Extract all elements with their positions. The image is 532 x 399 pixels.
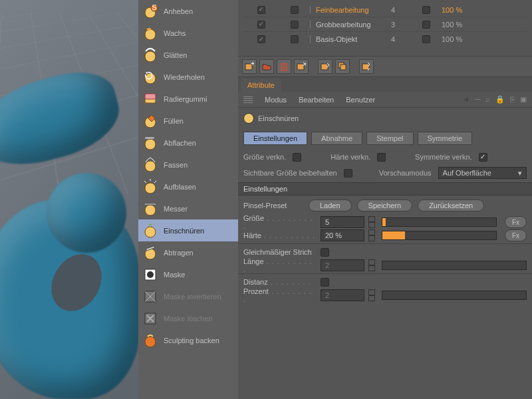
folder-add-icon[interactable] (259, 59, 274, 74)
length-stepper[interactable] (368, 259, 375, 271)
tool-label: Messer (164, 205, 188, 213)
menu-benutzer[interactable]: Benutzer (346, 96, 375, 104)
tool-aufblasen[interactable]: Aufblasen (138, 176, 238, 198)
subtab-stempel[interactable]: Stempel (366, 132, 413, 145)
layer-row[interactable]: Basis-Objekt4100 % (243, 32, 527, 47)
menu-bearbeiten[interactable]: Bearbeiten (299, 96, 334, 104)
stroke-label: Gleichmäßiger Strich (243, 248, 312, 256)
sculpt-toolbar: SAnhebenWachsGlättenWiederholenRadiergum… (138, 0, 238, 399)
trash-icon[interactable] (277, 59, 291, 74)
layer-extra-checkbox[interactable] (422, 6, 430, 14)
svg-point-9 (145, 139, 156, 150)
layer-extra-checkbox[interactable] (422, 21, 430, 29)
layer-lock-checkbox[interactable] (291, 6, 299, 14)
menu-modus[interactable]: Modus (265, 96, 287, 104)
hardness-input[interactable]: 20 % (321, 229, 364, 241)
svg-rect-29 (362, 64, 369, 70)
reset-button[interactable]: Zurücksetzen (418, 200, 484, 211)
distance-checkbox[interactable] (321, 278, 329, 287)
tool-label: Aufblasen (164, 183, 196, 191)
pinch-icon (142, 223, 158, 239)
tool-label: Maske invertieren (164, 293, 221, 301)
chevron-down-icon: ▾ (518, 169, 522, 178)
tool-wachs[interactable]: Wachs (138, 22, 238, 44)
size-input[interactable]: 5 (321, 216, 364, 228)
layer-dup-icon[interactable] (335, 59, 350, 74)
length-slider[interactable] (382, 261, 527, 270)
keep-visible-checkbox[interactable] (344, 169, 352, 178)
subtab-abnahme[interactable]: Abnahme (311, 132, 362, 145)
layer-lock-checkbox[interactable] (291, 35, 299, 43)
brush-subtabs: EinstellungenAbnahmeStempelSymmetrie (238, 129, 532, 148)
layer-row[interactable]: Grobbearbeitung3100 % (243, 17, 527, 32)
percent-label: Prozent (243, 287, 269, 295)
save-button[interactable]: Speichern (357, 200, 413, 211)
tool-abtragen[interactable]: Abtragen (138, 241, 238, 263)
tool-maske-loeschen[interactable]: Maske löschen (138, 307, 238, 329)
hardness-link-checkbox[interactable] (377, 153, 386, 162)
layer-lock-checkbox[interactable] (291, 21, 299, 29)
symmetry-link-checkbox[interactable] (479, 153, 487, 162)
tool-label: Fassen (164, 161, 188, 169)
nav-back-icon[interactable]: ◄ (462, 95, 469, 104)
brush-title: Einschnüren (258, 114, 299, 122)
percent-slider[interactable] (382, 291, 527, 300)
size-slider[interactable] (382, 217, 497, 227)
tool-radiergummi[interactable]: Radiergummi (138, 88, 238, 110)
percent-input[interactable]: 2 (321, 289, 364, 301)
tab-attribute[interactable]: Attribute (241, 78, 281, 92)
tool-maske-invertieren[interactable]: Maske invertieren (138, 285, 238, 307)
wax-icon (142, 25, 158, 41)
hardness-slider[interactable] (382, 231, 497, 240)
pin-icon[interactable]: ⎘ (510, 95, 515, 104)
svg-rect-14 (144, 203, 156, 205)
layer-visible-checkbox[interactable] (257, 21, 265, 29)
percent-stepper[interactable] (368, 289, 375, 301)
tool-wiederholen[interactable]: Wiederholen (138, 66, 238, 88)
hardness-stepper[interactable] (368, 229, 375, 241)
load-button[interactable]: Laden (309, 200, 352, 211)
layer-remove-icon[interactable]: × (294, 59, 309, 74)
preset-label: Pinsel-Preset (243, 201, 303, 209)
lock-icon[interactable]: 🔒 (495, 95, 505, 104)
svg-point-21 (145, 336, 156, 347)
tool-fuellen[interactable]: Füllen (138, 110, 238, 132)
svg-rect-26 (321, 64, 328, 70)
attribute-panel: Feinbearbeitung4100 %Grobbearbeitung3100… (238, 0, 532, 399)
tool-messer[interactable]: Messer (138, 198, 238, 219)
tool-abflachen[interactable]: Abflachen (138, 132, 238, 154)
size-link-checkbox[interactable] (293, 153, 301, 162)
tool-label: Maske (164, 271, 185, 279)
viewport-3d[interactable] (0, 0, 138, 399)
nav-fwd-icon[interactable]: ─ (475, 95, 480, 104)
tool-sculpting-backen[interactable]: Sculpting backen (138, 329, 238, 351)
layer-row[interactable]: Feinbearbeitung4100 % (243, 3, 527, 17)
size-stepper[interactable] (368, 216, 375, 228)
stroke-checkbox[interactable] (321, 248, 329, 257)
preview-select[interactable]: Auf Oberfläche ▾ (438, 167, 527, 179)
tool-maske[interactable]: Maske (138, 263, 238, 285)
hardness-fx-button[interactable]: Fx (505, 229, 527, 241)
grab-icon (142, 157, 158, 173)
tool-anheben[interactable]: SAnheben (138, 0, 238, 22)
search-icon[interactable]: ⌕ (485, 95, 490, 104)
distance-label: Distanz (243, 278, 268, 286)
size-fx-button[interactable]: Fx (505, 216, 527, 228)
layer-up-icon[interactable] (318, 59, 332, 74)
layer-swap-icon[interactable] (359, 59, 374, 74)
menu-icon[interactable] (243, 96, 253, 103)
layer-add-icon[interactable]: + (242, 59, 257, 74)
symmetry-link-label: Symmetrie verkn. (415, 153, 472, 161)
size-label: Größe (243, 214, 264, 222)
length-input[interactable]: 2 (321, 259, 364, 271)
tool-fassen[interactable]: Fassen (138, 154, 238, 176)
subtab-symmetrie[interactable]: Symmetrie (418, 132, 473, 145)
maximize-icon[interactable]: ▣ (520, 95, 527, 104)
tool-einschnueren[interactable]: Einschnüren (138, 219, 238, 241)
subtab-einstellungen[interactable]: Einstellungen (243, 132, 307, 145)
layer-visible-checkbox[interactable] (257, 6, 265, 14)
layer-visible-checkbox[interactable] (257, 35, 265, 43)
tool-glaetten[interactable]: Glätten (138, 44, 238, 66)
layer-percent: 100 % (442, 6, 479, 14)
layer-extra-checkbox[interactable] (422, 35, 430, 43)
